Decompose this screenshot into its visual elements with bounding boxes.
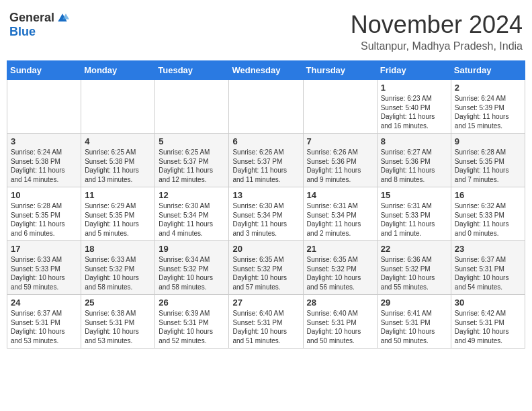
day-number: 6: [232, 136, 299, 146]
day-info: Sunrise: 6:42 AMSunset: 5:31 PMDaylight:…: [455, 309, 521, 345]
sunset-info: Sunset: 5:31 PM: [307, 319, 357, 326]
sunrise-info: Sunrise: 6:29 AM: [85, 202, 136, 210]
header: General Blue November 2024 Sultanpur, Ma…: [7, 7, 525, 56]
day-number: 2: [455, 83, 521, 93]
sunset-info: Sunset: 5:32 PM: [232, 265, 282, 273]
day-info: Sunrise: 6:35 AMSunset: 5:32 PMDaylight:…: [232, 255, 299, 291]
sunrise-info: Sunrise: 6:39 AM: [159, 310, 210, 317]
sunrise-info: Sunrise: 6:25 AM: [85, 148, 136, 156]
sunset-info: Sunset: 5:31 PM: [159, 319, 208, 326]
sunset-info: Sunset: 5:34 PM: [232, 212, 282, 219]
daylight-hours: Daylight: 10 hours and 50 minutes.: [307, 328, 361, 345]
sunset-info: Sunset: 5:33 PM: [381, 212, 431, 219]
sunrise-info: Sunrise: 6:25 AM: [159, 148, 210, 156]
day-number: 18: [85, 244, 151, 254]
day-cell: [155, 80, 229, 134]
daylight-hours: Daylight: 10 hours and 51 minutes.: [232, 328, 287, 345]
sunrise-info: Sunrise: 6:38 AM: [85, 310, 136, 317]
location-title: Sultanpur, Madhya Pradesh, India: [351, 40, 523, 52]
day-cell: 18Sunrise: 6:33 AMSunset: 5:32 PMDayligh…: [81, 241, 155, 295]
sunset-info: Sunset: 5:39 PM: [455, 104, 504, 111]
header-day: Saturday: [451, 61, 525, 80]
day-number: 15: [381, 190, 447, 200]
day-cell: 12Sunrise: 6:30 AMSunset: 5:34 PMDayligh…: [155, 187, 229, 241]
sunrise-info: Sunrise: 6:35 AM: [232, 256, 283, 263]
sunrise-info: Sunrise: 6:33 AM: [11, 256, 62, 263]
sunset-info: Sunset: 5:31 PM: [85, 319, 134, 326]
day-info: Sunrise: 6:37 AMSunset: 5:31 PMDaylight:…: [11, 309, 77, 345]
daylight-hours: Daylight: 10 hours and 56 minutes.: [307, 274, 361, 291]
day-info: Sunrise: 6:34 AMSunset: 5:32 PMDaylight:…: [159, 255, 225, 291]
day-number: 19: [159, 244, 225, 254]
logo-general: General: [9, 11, 54, 25]
day-cell: 11Sunrise: 6:29 AMSunset: 5:35 PMDayligh…: [81, 187, 155, 241]
day-cell: 4Sunrise: 6:25 AMSunset: 5:38 PMDaylight…: [81, 134, 155, 187]
day-number: 26: [159, 298, 225, 308]
day-info: Sunrise: 6:32 AMSunset: 5:33 PMDaylight:…: [455, 201, 521, 238]
day-number: 12: [159, 190, 225, 200]
day-number: 14: [307, 190, 373, 200]
day-cell: 30Sunrise: 6:42 AMSunset: 5:31 PMDayligh…: [451, 295, 525, 349]
sunrise-info: Sunrise: 6:36 AM: [381, 256, 432, 263]
sunset-info: Sunset: 5:31 PM: [455, 265, 504, 273]
logo: General Blue: [9, 11, 69, 39]
week-row: 1Sunrise: 6:23 AMSunset: 5:40 PMDaylight…: [7, 80, 525, 134]
day-info: Sunrise: 6:38 AMSunset: 5:31 PMDaylight:…: [85, 309, 151, 345]
sunset-info: Sunset: 5:32 PM: [307, 265, 357, 273]
day-number: 5: [159, 136, 225, 146]
header-day: Thursday: [303, 61, 377, 80]
header-day: Friday: [377, 61, 451, 80]
sunrise-info: Sunrise: 6:35 AM: [307, 256, 358, 263]
day-info: Sunrise: 6:26 AMSunset: 5:37 PMDaylight:…: [232, 148, 299, 184]
header-day: Tuesday: [155, 61, 229, 80]
sunrise-info: Sunrise: 6:40 AM: [232, 310, 283, 317]
calendar-table: SundayMondayTuesdayWednesdayThursdayFrid…: [7, 60, 525, 349]
day-number: 28: [307, 298, 373, 308]
day-cell: 9Sunrise: 6:28 AMSunset: 5:35 PMDaylight…: [451, 134, 525, 187]
day-cell: 19Sunrise: 6:34 AMSunset: 5:32 PMDayligh…: [155, 241, 229, 295]
daylight-hours: Daylight: 11 hours and 16 minutes.: [381, 113, 435, 130]
sunrise-info: Sunrise: 6:26 AM: [232, 148, 283, 156]
day-info: Sunrise: 6:25 AMSunset: 5:37 PMDaylight:…: [159, 148, 225, 184]
day-info: Sunrise: 6:29 AMSunset: 5:35 PMDaylight:…: [85, 201, 151, 238]
sunset-info: Sunset: 5:35 PM: [11, 212, 60, 219]
sunrise-info: Sunrise: 6:37 AM: [11, 310, 62, 317]
daylight-hours: Daylight: 10 hours and 59 minutes.: [11, 274, 65, 291]
day-number: 20: [232, 244, 299, 254]
day-cell: 27Sunrise: 6:40 AMSunset: 5:31 PMDayligh…: [229, 295, 303, 349]
day-info: Sunrise: 6:28 AMSunset: 5:35 PMDaylight:…: [11, 201, 77, 238]
day-cell: [7, 80, 81, 134]
day-cell: 7Sunrise: 6:26 AMSunset: 5:36 PMDaylight…: [303, 134, 377, 187]
daylight-hours: Daylight: 10 hours and 57 minutes.: [232, 274, 287, 291]
sunset-info: Sunset: 5:33 PM: [455, 212, 504, 219]
day-cell: 22Sunrise: 6:36 AMSunset: 5:32 PMDayligh…: [377, 241, 451, 295]
day-info: Sunrise: 6:33 AMSunset: 5:32 PMDaylight:…: [85, 255, 151, 291]
day-info: Sunrise: 6:31 AMSunset: 5:33 PMDaylight:…: [381, 201, 447, 238]
daylight-hours: Daylight: 11 hours and 12 minutes.: [159, 167, 213, 183]
sunrise-info: Sunrise: 6:27 AM: [381, 148, 432, 156]
day-cell: 25Sunrise: 6:38 AMSunset: 5:31 PMDayligh…: [81, 295, 155, 349]
daylight-hours: Daylight: 10 hours and 58 minutes.: [159, 274, 213, 291]
header-day: Sunday: [7, 61, 81, 80]
daylight-hours: Daylight: 11 hours and 2 minutes.: [307, 220, 361, 237]
day-cell: [303, 80, 377, 134]
day-cell: 10Sunrise: 6:28 AMSunset: 5:35 PMDayligh…: [7, 187, 81, 241]
daylight-hours: Daylight: 10 hours and 49 minutes.: [455, 328, 509, 345]
sunrise-info: Sunrise: 6:41 AM: [381, 310, 432, 317]
title-area: November 2024 Sultanpur, Madhya Pradesh,…: [351, 11, 523, 52]
day-number: 16: [455, 190, 521, 200]
sunset-info: Sunset: 5:32 PM: [159, 265, 208, 273]
day-info: Sunrise: 6:28 AMSunset: 5:35 PMDaylight:…: [455, 148, 521, 184]
sunrise-info: Sunrise: 6:23 AM: [381, 95, 432, 102]
day-info: Sunrise: 6:27 AMSunset: 5:36 PMDaylight:…: [381, 148, 447, 184]
day-number: 8: [381, 136, 447, 146]
sunset-info: Sunset: 5:32 PM: [85, 265, 134, 273]
daylight-hours: Daylight: 11 hours and 0 minutes.: [455, 220, 509, 237]
day-cell: 2Sunrise: 6:24 AMSunset: 5:39 PMDaylight…: [451, 80, 525, 134]
sunset-info: Sunset: 5:31 PM: [232, 319, 282, 326]
sunrise-info: Sunrise: 6:33 AM: [85, 256, 136, 263]
sunrise-info: Sunrise: 6:31 AM: [307, 202, 358, 210]
day-number: 13: [232, 190, 299, 200]
day-number: 21: [307, 244, 373, 254]
day-number: 23: [455, 244, 521, 254]
